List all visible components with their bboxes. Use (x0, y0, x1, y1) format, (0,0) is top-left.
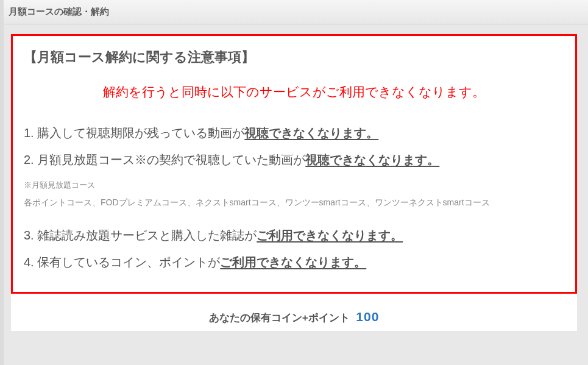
item-num: 1. (24, 126, 34, 140)
footnote-title: ※月額見放題コース (24, 180, 564, 191)
footnote-body: 各ポイントコース、FODプレミアムコース、ネクストsmartコース、ワンツーsm… (24, 196, 564, 210)
notice-heading: 【月額コース解約に関する注意事項】 (24, 48, 564, 66)
item-num: 2. (24, 153, 34, 166)
cancellation-notice-box: 【月額コース解約に関する注意事項】 解約を行うと同時に以下のサービスがご利用でき… (11, 34, 577, 294)
notice-warning: 解約を行うと同時に以下のサービスがご利用できなくなります。 (24, 83, 564, 101)
item-text: 保有しているコイン、ポイントが (37, 255, 220, 269)
content-wrapper: 【月額コース解約に関する注意事項】 解約を行うと同時に以下のサービスがご利用でき… (11, 34, 577, 331)
notice-item-1: 1. 購入して視聴期限が残っている動画が視聴できなくなります。 (24, 121, 564, 144)
item-num: 4. (24, 255, 34, 269)
notice-item-2: 2. 月額見放題コース※の契約で視聴していた動画が視聴できなくなります。 (24, 148, 564, 171)
page-header: 月額コースの確認・解約 (0, 0, 588, 24)
page-left-edge (0, 0, 4, 365)
balance-value: 100 (356, 310, 379, 324)
notice-item-3: 3. 雑誌読み放題サービスと購入した雑誌がご利用できなくなります。 (24, 224, 564, 247)
page-title: 月額コースの確認・解約 (9, 6, 579, 18)
item-num: 3. (24, 229, 34, 242)
item-emph: ご利用できなくなります。 (257, 229, 403, 242)
notice-item-4: 4. 保有しているコイン、ポイントがご利用できなくなります。 (24, 250, 564, 274)
balance-row: あなたの保有コイン+ポイント 100 (11, 294, 577, 331)
item-text: 月額見放題コース※の契約で視聴していた動画が (37, 153, 305, 166)
item-emph: ご利用できなくなります。 (220, 255, 366, 269)
footnote-block: ※月額見放題コース 各ポイントコース、FODプレミアムコース、ネクストsmart… (24, 180, 564, 210)
item-text: 購入して視聴期限が残っている動画が (37, 126, 244, 140)
item-emph: 視聴できなくなります。 (305, 153, 439, 166)
balance-label: あなたの保有コイン+ポイント (209, 312, 350, 324)
item-emph: 視聴できなくなります。 (244, 126, 378, 140)
item-text: 雑誌読み放題サービスと購入した雑誌が (37, 229, 257, 242)
